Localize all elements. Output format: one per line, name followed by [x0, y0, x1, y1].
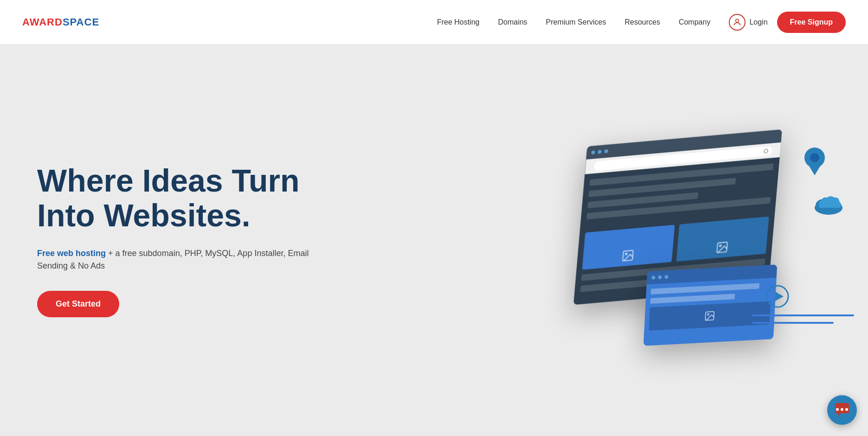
svg-point-8	[810, 153, 819, 162]
svg-point-0	[736, 19, 739, 22]
hero-subtitle-highlight: Free web hosting	[37, 249, 106, 258]
login-label: Login	[749, 18, 767, 26]
nav-company[interactable]: Company	[679, 18, 710, 26]
nav-premium-services[interactable]: Premium Services	[546, 18, 606, 26]
play-button-icon	[766, 285, 789, 310]
main-nav: Free Hosting Domains Premium Services Re…	[437, 18, 711, 26]
dot-2	[598, 150, 602, 154]
cloud-icon	[812, 194, 845, 219]
s-line-2	[650, 294, 735, 304]
dot-3	[604, 149, 608, 154]
logo[interactable]: AWARD SPACE	[22, 16, 99, 28]
dot-4	[651, 276, 655, 279]
chat-icon-container	[834, 402, 850, 418]
get-started-button[interactable]: Get Started	[37, 291, 119, 317]
chat-dot-1	[836, 408, 839, 411]
s-line-1	[651, 283, 760, 294]
site-header: AWARD SPACE Free Hosting Domains Premium…	[0, 0, 868, 45]
dot-6	[664, 275, 668, 279]
line-1	[752, 314, 854, 316]
hero-section: Where Ideas Turn Into Websites. Free web…	[0, 45, 868, 436]
browser-secondary	[643, 264, 777, 346]
dot-1	[591, 150, 595, 154]
hero-subtitle: Free web hosting + a free subdomain, PHP…	[37, 247, 325, 272]
nav-resources[interactable]: Resources	[624, 18, 660, 26]
user-icon	[729, 14, 746, 31]
svg-marker-11	[775, 292, 784, 301]
logo-award: AWARD	[22, 16, 63, 28]
chat-dot-3	[845, 408, 848, 411]
dot-5	[658, 275, 662, 279]
chat-dot-2	[841, 408, 843, 411]
secondary-content	[644, 278, 777, 336]
location-pin-icon	[803, 147, 826, 177]
login-section[interactable]: Login	[729, 14, 767, 31]
card-1	[582, 224, 675, 269]
svg-point-6	[707, 314, 709, 315]
svg-point-2	[625, 253, 627, 255]
free-signup-button[interactable]: Free Signup	[777, 12, 846, 33]
chat-dots	[836, 408, 848, 411]
hero-title: Where Ideas Turn Into Websites.	[37, 163, 325, 233]
address-circle	[764, 148, 769, 154]
nav-free-hosting[interactable]: Free Hosting	[437, 18, 480, 26]
hero-illustration	[553, 101, 868, 379]
line-2	[752, 322, 834, 324]
nav-domains[interactable]: Domains	[498, 18, 527, 26]
logo-space: SPACE	[63, 16, 99, 28]
svg-marker-18	[838, 413, 841, 416]
chat-widget[interactable]	[827, 395, 857, 425]
hero-content: Where Ideas Turn Into Websites. Free web…	[37, 163, 325, 318]
decorative-lines	[752, 314, 854, 324]
svg-point-4	[719, 245, 721, 247]
nav-actions: Login Free Signup	[729, 12, 846, 33]
card-2	[676, 217, 769, 262]
svg-marker-9	[808, 164, 822, 175]
